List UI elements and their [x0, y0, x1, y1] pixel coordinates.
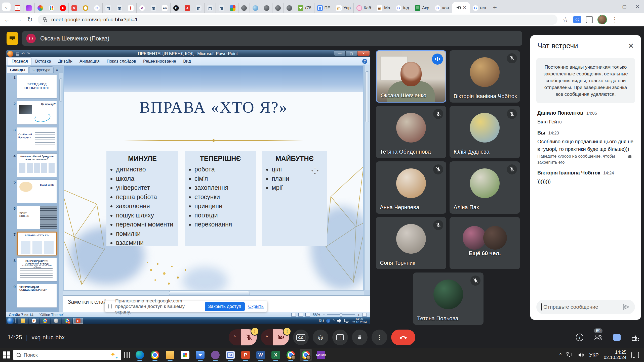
help-icon[interactable]: ? — [326, 319, 330, 323]
browser-tab[interactable]: геп ✕ — [470, 3, 489, 13]
browser-tab[interactable]: ✕ — [46, 3, 57, 13]
redo-icon[interactable]: ↷ — [27, 52, 30, 56]
win7-start-button[interactable] — [7, 318, 13, 324]
taskbar-app[interactable] — [149, 349, 161, 361]
reactions-button[interactable]: ☺ — [313, 330, 328, 345]
more-options-button[interactable]: ⋮ — [372, 330, 387, 345]
display-icon[interactable] — [344, 319, 349, 323]
tray-chevron-icon[interactable]: ^ — [559, 352, 561, 358]
taskbar-app[interactable] — [300, 349, 312, 361]
undo-icon[interactable]: ↶ — [21, 52, 25, 56]
slideshow-view-icon[interactable] — [305, 313, 310, 316]
browser-tab[interactable]: ✕ — [171, 3, 182, 13]
slide-thumbnail[interactable]: ВПРАВА «ХТО Я?» — [17, 232, 57, 255]
browser-tab[interactable]: кон ✕ — [432, 3, 452, 13]
browser-tab[interactable]: ✕ — [57, 3, 69, 13]
normal-view-icon[interactable] — [291, 313, 296, 316]
zoom-in-icon[interactable]: + — [357, 312, 360, 317]
participant-tile[interactable]: Соня Торяник — [376, 217, 446, 269]
browser-tab[interactable]: Упр ✕ — [333, 3, 354, 13]
chat-message[interactable]: Данило Пополітов14:05 Білл Гейтс — [530, 106, 641, 125]
ribbon-tab[interactable]: Показ слайдов — [103, 58, 140, 65]
browser-tab[interactable]: ✕ — [227, 3, 238, 13]
participant-tile[interactable]: Тетяна Обидєннова — [376, 106, 446, 158]
slide-thumbnail-row[interactable]: 3 Особистий бренд це – — [6, 127, 59, 151]
save-icon[interactable]: ▤ — [16, 52, 19, 56]
url-text[interactable]: meet.google.com/vxq-nfuc-bbx?pli=1 — [51, 17, 138, 23]
forward-button[interactable]: → — [16, 16, 22, 24]
slide-thumbnail-row[interactable]: 7 ВПРАВА «ХТО Я?» — [6, 232, 59, 255]
office-button[interactable] — [7, 51, 13, 57]
browser-tab[interactable]: ✕ — [250, 3, 261, 13]
zoom-slider[interactable] — [327, 314, 355, 315]
browser-tab[interactable]: ✕ — [35, 3, 46, 13]
ribbon-tab[interactable]: Рецензирование — [140, 58, 180, 65]
participant-tile[interactable]: Ещё 60 чел. — [450, 217, 520, 269]
new-tab-button[interactable]: + — [491, 3, 499, 12]
taskbar-app[interactable] — [194, 349, 206, 361]
taskbar-app[interactable]: W — [255, 349, 267, 361]
participant-tile[interactable]: Анна Черняева — [376, 161, 446, 214]
browser-tab[interactable]: ✕ — [205, 3, 216, 13]
slide-thumbnail-row[interactable]: 4 Навіщо особистий бренд та в чому він д… — [6, 153, 59, 177]
minimize-button[interactable]: — — [605, 4, 618, 9]
tray-chevron-icon[interactable]: ^ — [333, 319, 335, 323]
horizontal-scrollbar[interactable] — [63, 290, 364, 296]
captions-button[interactable]: CC — [293, 330, 309, 345]
slide-thumbnail-row[interactable]: 1 БРЕНД-КОД ОСОБИСТОСТІ — [6, 75, 59, 99]
taskbar-app[interactable] — [285, 349, 297, 361]
sorter-view-icon[interactable] — [298, 313, 303, 316]
chat-close-icon[interactable]: ✕ — [628, 42, 634, 50]
slide-thumbnail-row[interactable]: 6 SOFT SKILLS — [6, 206, 59, 229]
browser-tab[interactable]: ✕ — [284, 3, 295, 13]
chat-message[interactable]: Вы14:23 Особливо якщо продавчиня цього д… — [530, 125, 641, 165]
profile-avatar[interactable] — [598, 15, 607, 24]
hide-share-bar-link[interactable]: Скрыть — [248, 304, 264, 309]
browser-tab[interactable]: ✕ — [452, 2, 470, 13]
reload-button[interactable]: ↻ — [27, 16, 33, 24]
browser-tab[interactable]: ✕ — [103, 3, 114, 13]
stop-sharing-button[interactable]: Закрыть доступ — [205, 302, 245, 311]
powerpoint-title-bar[interactable]: ▤ ↶ ↷ ПРЕЗЕНТАЦІЯ БРЕНД-КОД - Microsoft … — [6, 50, 370, 57]
slide-thumbnail-row[interactable]: 8 ЯК «РОЗПАКУВАТИ» ОСОБИСТИЙ БРЕНД? СПРО… — [6, 258, 59, 282]
slide-thumbnail[interactable]: Особистий бренд це – — [17, 127, 57, 151]
language-indicator[interactable]: УКР — [589, 352, 599, 358]
maximize-button[interactable]: ▢ — [618, 4, 631, 10]
volume-icon[interactable] — [578, 352, 584, 357]
taskbar-app[interactable] — [224, 349, 236, 361]
chat-input[interactable] — [543, 304, 621, 310]
taskbar-app[interactable]: X — [270, 349, 282, 361]
pin-icon[interactable] — [628, 155, 632, 161]
browser-tab[interactable]: ✕ — [148, 3, 159, 13]
browser-tab[interactable]: ✕ — [261, 3, 272, 13]
browser-tab[interactable]: Каб ✕ — [354, 3, 374, 13]
back-button[interactable]: ← — [4, 16, 11, 24]
pane-tab[interactable]: Слайды — [7, 66, 28, 73]
companion-mode-icon[interactable] — [7, 32, 18, 45]
taskbar-app[interactable] — [209, 349, 221, 361]
slide-thumbnail[interactable]: Hard skills — [17, 179, 57, 203]
win7-app-powerpoint[interactable]: P — [73, 318, 83, 324]
mic-options-chevron[interactable]: ^ — [229, 329, 241, 345]
ppt-restore-button[interactable]: ▢ — [346, 51, 357, 56]
browser-tab[interactable]: ✕ — [80, 3, 91, 13]
vertical-scrollbar[interactable] — [365, 65, 370, 290]
browser-tab[interactable]: ✕ — [23, 3, 35, 13]
bookmark-star-icon[interactable]: ☆ — [562, 16, 568, 24]
ppt-close-button[interactable]: ✕ — [357, 51, 370, 56]
taskbar-app[interactable]: P — [239, 349, 252, 361]
browser-tab[interactable]: ПЕ ✕ — [314, 3, 334, 13]
browser-tab[interactable]: ✕ — [238, 3, 250, 13]
ribbon-tab[interactable]: Вставка — [32, 58, 55, 65]
translate-icon[interactable]: G — [573, 16, 581, 23]
pane-scrollbar[interactable] — [59, 73, 63, 312]
browser-tab[interactable]: ✕ — [12, 3, 23, 13]
browser-tab[interactable]: ✕ — [272, 3, 284, 13]
participants-button[interactable]: 69 — [594, 333, 603, 342]
slide-thumbnail[interactable]: Це про що? — [17, 101, 57, 125]
ribbon-tab[interactable]: Анимация — [76, 58, 103, 65]
participant-tile[interactable]: Аліна Пак — [450, 161, 520, 214]
win7-clock[interactable]: 14:25 02.10.2024 — [352, 318, 367, 324]
win7-app-sphere[interactable] — [51, 318, 61, 324]
meeting-details-button[interactable]: i — [575, 333, 584, 342]
